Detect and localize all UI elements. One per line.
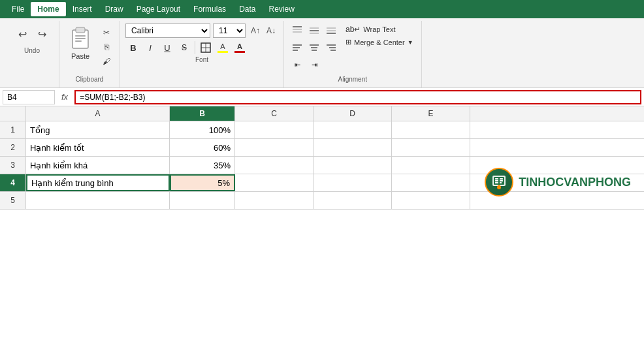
merge-dropdown-icon: ▼ xyxy=(408,39,413,46)
decrease-indent-button[interactable]: ⇤ xyxy=(289,57,305,72)
cell-c2[interactable] xyxy=(235,139,314,156)
paste-icon xyxy=(67,25,93,51)
align-center-button[interactable] xyxy=(306,40,322,55)
alignment-label: Alignment xyxy=(289,74,416,85)
font-size-select[interactable]: 11 xyxy=(213,23,246,38)
formula-input[interactable] xyxy=(74,90,641,104)
corner-cell xyxy=(0,106,26,121)
cell-e2[interactable] xyxy=(392,139,470,156)
svg-rect-33 xyxy=(500,182,502,183)
svg-rect-32 xyxy=(500,180,503,181)
menu-formulas[interactable]: Formulas xyxy=(187,2,233,16)
font-group: Calibri 11 A↑ A↓ B I U S A xyxy=(120,21,284,87)
wrap-text-icon: ab↵ xyxy=(346,25,361,34)
undo-group: ↩ ↪ Undo xyxy=(5,21,59,87)
menu-insert[interactable]: Insert xyxy=(66,2,99,16)
cut-button[interactable]: ✂ xyxy=(99,26,114,39)
format-painter-button[interactable]: 🖌 xyxy=(99,55,114,68)
underline-button[interactable]: U xyxy=(159,40,175,55)
menu-draw[interactable]: Draw xyxy=(99,2,130,16)
cell-c4[interactable] xyxy=(235,174,314,191)
svg-rect-2 xyxy=(75,35,86,37)
col-header-e[interactable]: E xyxy=(392,106,470,121)
undo-label: Undo xyxy=(24,46,40,56)
svg-rect-30 xyxy=(495,182,498,183)
font-family-select[interactable]: Calibri xyxy=(125,23,210,38)
wrap-text-button[interactable]: ab↵ Wrap Text xyxy=(343,23,416,35)
cell-a5[interactable] xyxy=(26,192,170,209)
strikethrough-button[interactable]: S xyxy=(176,40,192,55)
menu-review[interactable]: Review xyxy=(262,2,300,16)
svg-rect-1 xyxy=(76,27,85,33)
wrap-text-label: Wrap Text xyxy=(363,25,395,33)
merge-center-label: Merge & Center xyxy=(354,39,405,46)
increase-indent-button[interactable]: ⇥ xyxy=(306,57,322,72)
cell-b5[interactable] xyxy=(170,192,235,209)
redo-button[interactable]: ↪ xyxy=(33,25,51,43)
cell-b2[interactable]: 60% xyxy=(170,139,235,156)
fx-icon: fx xyxy=(57,92,72,102)
cell-e1[interactable] xyxy=(392,121,470,138)
copy-button[interactable]: ⎘ xyxy=(99,40,114,54)
cell-b4[interactable]: 5% xyxy=(170,174,235,191)
row-header-5: 5 xyxy=(0,192,26,209)
menu-home[interactable]: Home xyxy=(31,2,65,16)
merge-icon: ⊞ xyxy=(346,38,351,46)
svg-rect-35 xyxy=(498,185,500,187)
italic-button[interactable]: I xyxy=(142,40,158,55)
cell-a4[interactable]: Hạnh kiểm trung bình xyxy=(26,174,170,191)
align-top-button[interactable] xyxy=(289,23,305,38)
align-bottom-button[interactable] xyxy=(323,23,339,38)
align-middle-button[interactable] xyxy=(306,23,322,38)
cell-a1[interactable]: Tổng xyxy=(26,121,170,138)
col-header-b[interactable]: B xyxy=(170,106,235,121)
font-color-button[interactable]: A xyxy=(232,40,248,55)
row-header-1: 1 xyxy=(0,121,26,138)
bold-button[interactable]: B xyxy=(125,40,141,55)
cell-e5[interactable] xyxy=(392,192,470,209)
font-label: Font xyxy=(125,55,278,65)
cell-e3[interactable] xyxy=(392,157,470,174)
cell-d1[interactable] xyxy=(314,121,392,138)
clipboard-label: Clipboard xyxy=(76,74,104,85)
cell-c5[interactable] xyxy=(235,192,314,209)
paste-button[interactable]: Paste xyxy=(65,23,96,61)
align-right-button[interactable] xyxy=(323,40,339,55)
cell-b3[interactable]: 35% xyxy=(170,157,235,174)
col-header-c[interactable]: C xyxy=(235,106,314,121)
svg-rect-29 xyxy=(495,180,498,181)
fill-color-button[interactable]: A xyxy=(215,40,231,55)
decrease-font-button[interactable]: A↓ xyxy=(264,23,278,38)
cell-c1[interactable] xyxy=(235,121,314,138)
paste-label: Paste xyxy=(71,52,89,60)
undo-button[interactable]: ↩ xyxy=(13,25,31,43)
watermark-text: TINHOCVANPHONG xyxy=(519,176,631,189)
menu-page-layout[interactable]: Page Layout xyxy=(130,2,187,16)
cell-e4[interactable] xyxy=(392,174,470,191)
increase-font-button[interactable]: A↑ xyxy=(248,23,263,38)
cell-d2[interactable] xyxy=(314,139,392,156)
cell-d5[interactable] xyxy=(314,192,392,209)
cell-d4[interactable] xyxy=(314,174,392,191)
cell-c3[interactable] xyxy=(235,157,314,174)
row-header-3: 3 xyxy=(0,157,26,174)
svg-rect-28 xyxy=(495,178,498,180)
col-header-d[interactable]: D xyxy=(314,106,392,121)
menu-file[interactable]: File xyxy=(5,2,31,16)
cell-a2[interactable]: Hạnh kiểm tốt xyxy=(26,139,170,156)
cell-a3[interactable]: Hạnh kiểm khá xyxy=(26,157,170,174)
divider xyxy=(195,41,195,54)
borders-button[interactable] xyxy=(198,40,214,55)
align-left-button[interactable] xyxy=(289,40,305,55)
svg-rect-31 xyxy=(500,178,503,180)
spreadsheet: A B C D E 1 Tổng 100% 2 Hạnh kiểm tốt 60… xyxy=(0,106,644,210)
merge-center-button[interactable]: ⊞ Merge & Center ▼ xyxy=(343,37,416,48)
cell-d3[interactable] xyxy=(314,157,392,174)
clipboard-group: Paste ✂ ⎘ 🖌 Clipboard xyxy=(59,21,120,87)
cell-b1[interactable]: 100% xyxy=(170,121,235,138)
table-row: 1 Tổng 100% xyxy=(0,121,644,139)
watermark-logo xyxy=(485,168,513,196)
col-header-a[interactable]: A xyxy=(26,106,170,121)
cell-reference-input[interactable] xyxy=(3,90,55,104)
menu-data[interactable]: Data xyxy=(233,2,262,16)
